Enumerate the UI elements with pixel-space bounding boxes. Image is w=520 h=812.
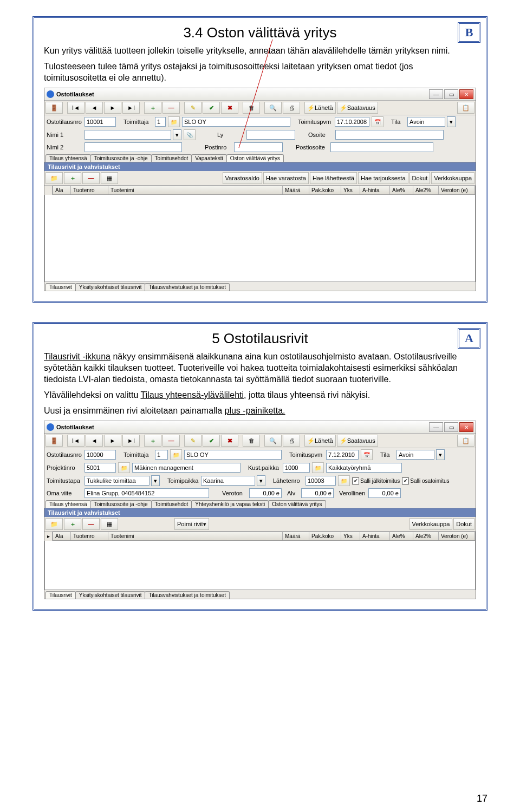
availability-button[interactable]: ⚡Saatavuus xyxy=(337,435,378,447)
minus-button[interactable]: — xyxy=(162,102,180,114)
search-icon[interactable]: 🔍 xyxy=(264,102,282,114)
btn-hae-varastosta[interactable]: Hae varastosta xyxy=(263,172,309,184)
tab-tilaus-yht[interactable]: Tilaus yhteensä xyxy=(46,154,91,162)
input-nimi1[interactable] xyxy=(84,130,171,140)
col-maara[interactable]: Määrä xyxy=(283,186,309,194)
sub-plus-button[interactable]: ＋ xyxy=(64,172,81,184)
tab-tilaus-yht[interactable]: Tilaus yhteensä xyxy=(46,500,91,508)
input-ly[interactable] xyxy=(246,130,295,140)
col-ale[interactable]: Ale% xyxy=(390,186,413,194)
first-record-button[interactable]: I◄ xyxy=(67,435,84,447)
input-tila[interactable] xyxy=(407,117,445,127)
edit-icon[interactable]: ✎ xyxy=(184,435,202,447)
btn-hae-tarjouksesta[interactable]: Hae tarjouksesta xyxy=(358,172,408,184)
exit-icon[interactable]: 🚪 xyxy=(46,102,63,114)
col-veroton[interactable]: Veroton (e) xyxy=(439,186,475,194)
input-postinro[interactable] xyxy=(234,142,283,152)
last-record-button[interactable]: ►I xyxy=(122,435,140,447)
col-veroton[interactable]: Veroton (e) xyxy=(439,532,475,540)
btn-verkkokauppa[interactable]: Verkkokauppa xyxy=(431,172,474,184)
sub-minus-button[interactable]: — xyxy=(82,172,100,184)
btab-vahvistukset[interactable]: Tilausvahvistukset ja toimitukset xyxy=(145,591,229,599)
plus-button[interactable]: ＋ xyxy=(144,435,161,447)
btn-hae-lahetteesta[interactable]: Hae lähetteestä xyxy=(310,172,357,184)
input-toimipaikka[interactable] xyxy=(201,476,255,486)
print-icon[interactable]: 🖨 xyxy=(283,102,300,114)
btn-poimi-rivit[interactable]: Poimi rivit ▾ xyxy=(174,518,209,530)
tab-oston-valittava[interactable]: Oston välittävä yritys xyxy=(226,154,284,162)
toimipaikka-dropdown[interactable]: ▾ xyxy=(257,475,265,486)
tila-dropdown-arrow[interactable]: ▾ xyxy=(436,449,445,460)
plus-button[interactable]: ＋ xyxy=(144,102,161,114)
edit-icon[interactable]: ✎ xyxy=(184,102,202,114)
btn-varastosaldo[interactable]: Varastosaldo xyxy=(223,172,262,184)
next-record-button[interactable]: ► xyxy=(104,435,121,447)
col-tuotenimi[interactable]: Tuotenimi xyxy=(108,186,283,194)
input-tila[interactable] xyxy=(396,450,434,460)
close-button[interactable]: ✕ xyxy=(459,89,473,99)
lookup-lahete-icon[interactable]: 📁 xyxy=(338,475,350,486)
cancel-button[interactable]: ✖ xyxy=(221,102,238,114)
grid-body[interactable] xyxy=(44,541,476,590)
prev-record-button[interactable]: ◄ xyxy=(86,435,103,447)
last-record-button[interactable]: ►I xyxy=(122,102,140,114)
exit-icon[interactable]: 🚪 xyxy=(46,435,63,447)
btab-tilausrivit[interactable]: Tilausrivit xyxy=(46,591,76,599)
input-projektinro[interactable] xyxy=(84,463,116,473)
prev-record-button[interactable]: ◄ xyxy=(86,102,103,114)
input-toimittaja-id[interactable] xyxy=(155,450,168,460)
copy-icon[interactable]: 📋 xyxy=(457,102,474,114)
lookup-toimittaja-icon[interactable]: 📁 xyxy=(170,449,182,460)
col-ala[interactable]: Ala xyxy=(53,532,71,540)
col-ale[interactable]: Ale% xyxy=(390,532,413,540)
input-toimitustapa[interactable] xyxy=(84,476,150,486)
tab-toimitusehdot[interactable]: Toimitusehdot xyxy=(151,500,192,508)
col-yks[interactable]: Yks xyxy=(341,532,360,540)
check-button[interactable]: ✔ xyxy=(203,435,220,447)
tab-toimitusosoite[interactable]: Toimitusosoite ja -ohje xyxy=(90,500,152,508)
search-icon[interactable]: 🔍 xyxy=(264,435,282,447)
trash-icon[interactable]: 🗑 xyxy=(243,102,260,114)
tab-oston-valittava[interactable]: Oston välittävä yritys xyxy=(268,500,326,508)
col-ale2[interactable]: Ale2% xyxy=(413,186,439,194)
btab-yksityiskoht[interactable]: Yksityiskohtaiset tilausrivit xyxy=(75,591,146,599)
minimize-button[interactable]: — xyxy=(429,89,443,99)
sub-minus-button[interactable]: — xyxy=(82,518,100,530)
nimi1-dropdown-arrow[interactable]: ▾ xyxy=(173,129,181,140)
send-button[interactable]: ⚡Lähetä xyxy=(304,435,336,447)
input-toimittaja-name[interactable] xyxy=(184,450,282,460)
input-toimituspvm[interactable] xyxy=(335,117,369,127)
close-button[interactable]: ✕ xyxy=(459,422,473,432)
trash-icon[interactable]: 🗑 xyxy=(243,435,260,447)
col-ale2[interactable]: Ale2% xyxy=(413,532,439,540)
col-tuotenro[interactable]: Tuotenro xyxy=(71,532,108,540)
toimitustapa-dropdown[interactable]: ▾ xyxy=(151,475,160,486)
tab-yhteyshenkilo[interactable]: Yhteyshenkilö ja vapaa teksti xyxy=(191,500,269,508)
btn-dokut[interactable]: Dokut xyxy=(410,172,431,184)
input-projekti-name[interactable] xyxy=(132,463,240,473)
tab-toimitusehdot[interactable]: Toimitusehdot xyxy=(151,154,192,162)
tab-vapaateksti[interactable]: Vapaateksti xyxy=(191,154,227,162)
col-yks[interactable]: Yks xyxy=(341,186,360,194)
col-tuotenro[interactable]: Tuotenro xyxy=(71,186,108,194)
input-ostotilausnro[interactable] xyxy=(84,117,116,127)
col-ala[interactable]: Ala xyxy=(53,186,71,194)
input-nimi2[interactable] xyxy=(84,142,182,152)
minimize-button[interactable]: — xyxy=(429,422,443,432)
first-record-button[interactable]: I◄ xyxy=(67,102,84,114)
lookup-toimittaja-icon[interactable]: 📁 xyxy=(168,116,180,127)
check-button[interactable]: ✔ xyxy=(203,102,220,114)
maximize-button[interactable]: ▭ xyxy=(444,422,458,432)
sub-grid-icon[interactable]: ▦ xyxy=(101,518,118,530)
col-ahinta[interactable]: A-hinta xyxy=(360,186,390,194)
lookup-kustpaikka-icon[interactable]: 📁 xyxy=(312,462,324,473)
chk-salli-jalki[interactable]: ✔Salli jälkitoimitus xyxy=(352,477,400,484)
input-toimittaja-name[interactable] xyxy=(182,117,290,127)
maximize-button[interactable]: ▭ xyxy=(444,89,458,99)
input-ostotilausnro[interactable] xyxy=(84,450,116,460)
input-toimittaja-id[interactable] xyxy=(155,117,166,127)
btn-verkkokauppa[interactable]: Verkkokauppa xyxy=(410,518,453,530)
tab-toimitusosoite[interactable]: Toimitusosoite ja -ohje xyxy=(90,154,152,162)
calendar-icon[interactable]: 📅 xyxy=(361,449,373,460)
sub-lookup-icon[interactable]: 📁 xyxy=(46,172,63,184)
